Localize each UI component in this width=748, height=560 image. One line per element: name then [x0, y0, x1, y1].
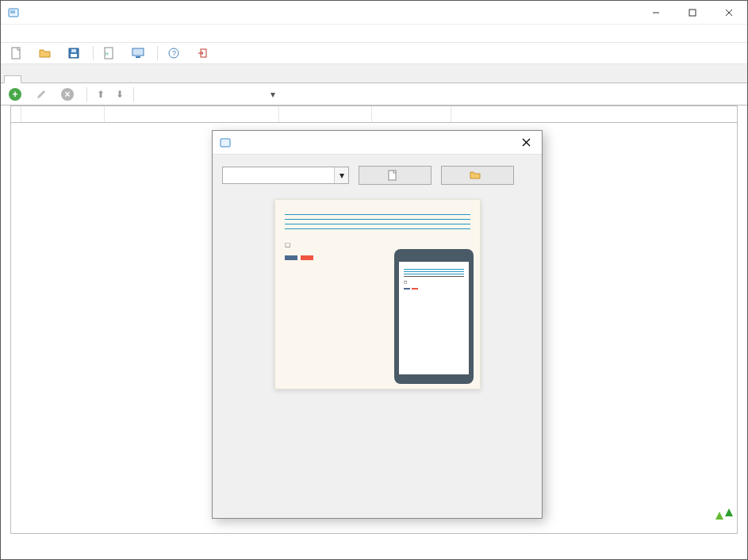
phone-country-value — [404, 274, 464, 274]
fields-edit-button[interactable] — [33, 88, 53, 101]
tab-texts-labels[interactable] — [39, 75, 56, 83]
new-file-icon — [387, 170, 398, 181]
phone-reset-button — [412, 288, 418, 290]
svg-rect-13 — [132, 48, 144, 56]
dialog-titlebar — [213, 131, 542, 155]
phone-send-button — [404, 288, 410, 290]
svg-text:H: H — [105, 52, 109, 56]
window-minimize-button[interactable] — [638, 1, 674, 25]
chevron-down-icon: ▾ — [334, 167, 348, 183]
menubar — [1, 25, 747, 42]
dialog-new-button[interactable] — [359, 166, 432, 185]
table-header-row — [10, 105, 738, 123]
menu-edit[interactable] — [25, 32, 31, 35]
phone-msg-value — [404, 276, 464, 277]
dialog-icon — [219, 136, 232, 149]
col-mandatory-header[interactable] — [372, 106, 451, 122]
fields-delete-button[interactable]: × — [58, 87, 80, 102]
form-type-dialog: ▾ ☐ — [212, 130, 543, 519]
menu-help[interactable] — [77, 32, 83, 35]
preview-reset-button — [301, 255, 313, 260]
save-disk-icon — [67, 47, 80, 59]
pencil-icon — [36, 89, 47, 100]
new-file-icon — [10, 47, 23, 59]
col-error-header[interactable] — [451, 106, 737, 122]
html-export-icon: H — [103, 47, 116, 59]
svg-rect-7 — [12, 48, 20, 59]
toolbar-separator — [86, 87, 87, 102]
svg-rect-4 — [689, 10, 696, 16]
form-type-heading — [222, 185, 532, 199]
tab-html-code[interactable] — [91, 75, 109, 83]
fields-move-down-button[interactable]: ⬇ — [113, 88, 127, 101]
preview-monitor-icon — [132, 47, 144, 59]
fields-move-up-button[interactable]: ⬆ — [94, 88, 108, 101]
preview-name-value — [285, 217, 470, 220]
phone-email-value — [404, 269, 464, 270]
x-circle-icon: × — [61, 88, 74, 101]
preview-phone-frame: ☐ — [394, 249, 474, 384]
arrow-up-icon: ⬆ — [97, 89, 105, 100]
fields-new-button[interactable]: + — [6, 87, 28, 102]
tab-mail-text[interactable] — [74, 75, 91, 83]
exit-door-icon — [196, 47, 209, 59]
titlebar — [1, 1, 747, 25]
plus-circle-icon: + — [9, 88, 21, 101]
preview-checkbox-line: ☐ — [285, 237, 470, 249]
menu-export[interactable] — [42, 32, 48, 35]
toolbar-new[interactable] — [6, 45, 31, 61]
svg-text:?: ? — [172, 49, 176, 57]
col-type-header[interactable] — [279, 106, 372, 122]
table-row-marker-header — [11, 106, 21, 122]
toolbar-separator — [93, 46, 94, 60]
tabs-row — [1, 64, 747, 83]
dialog-close-button[interactable] — [510, 131, 542, 155]
toolbar-exit[interactable] — [191, 45, 217, 61]
tab-fields[interactable] — [4, 75, 21, 83]
svg-rect-9 — [71, 54, 77, 57]
toolbar-html-export[interactable]: H — [98, 45, 124, 61]
open-folder-icon — [470, 170, 481, 181]
svg-rect-10 — [71, 49, 76, 52]
main-toolbar: H ? — [1, 42, 747, 64]
toolbar-separator — [133, 87, 134, 102]
preview-email-value — [285, 213, 470, 215]
arrow-down-icon: ⬇ — [116, 89, 124, 100]
preview-msg-value — [285, 227, 470, 229]
dialog-open-button[interactable] — [441, 166, 514, 185]
toolbar-help[interactable]: ? — [163, 45, 188, 61]
toolbar-separator — [157, 46, 158, 60]
menu-settings[interactable] — [59, 32, 66, 35]
fields-toolbar: + × ⬆ ⬇ ▾ — [1, 83, 747, 105]
svg-rect-14 — [136, 56, 140, 58]
help-icon: ? — [167, 47, 180, 59]
app-icon — [7, 6, 20, 19]
open-folder-icon — [39, 47, 52, 59]
form-preview: ☐ ☐ — [274, 199, 481, 389]
menu-file[interactable] — [7, 32, 13, 35]
svg-rect-21 — [389, 171, 396, 180]
tab-settings[interactable] — [21, 75, 39, 83]
preview-country-value — [285, 222, 470, 224]
chevron-down-icon: ▾ — [270, 89, 278, 100]
col-name-header[interactable] — [21, 106, 105, 122]
preview-send-button — [285, 255, 297, 260]
form-type-description — [222, 389, 532, 401]
window-close-button[interactable] — [711, 1, 747, 25]
col-label-header[interactable] — [105, 106, 279, 122]
templates-dropdown[interactable]: ▾ — [152, 86, 278, 102]
tab-design[interactable] — [56, 75, 74, 83]
toolbar-save[interactable] — [63, 45, 88, 61]
phone-name-value — [404, 271, 464, 272]
svg-rect-18 — [221, 139, 230, 147]
form-type-dropdown[interactable]: ▾ — [222, 167, 349, 184]
toolbar-preview[interactable] — [127, 45, 152, 61]
toolbar-open[interactable] — [34, 45, 59, 61]
window-maximize-button[interactable] — [674, 1, 711, 25]
